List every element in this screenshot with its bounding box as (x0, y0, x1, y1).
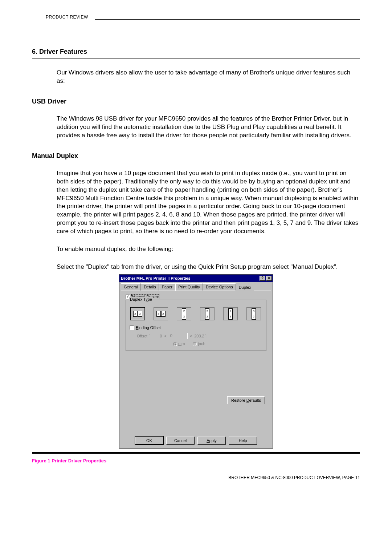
binding-offset-label: Binding Offset (136, 325, 161, 330)
tab-device-options[interactable]: Device Options (203, 283, 236, 291)
header-rule (95, 19, 360, 20)
section-rule (32, 58, 360, 58)
offset-min: 0 (152, 334, 162, 338)
tab-print-quality[interactable]: Print Quality (175, 283, 203, 291)
help-button[interactable]: Help (229, 437, 257, 445)
offset-input[interactable]: 0 (169, 333, 188, 339)
manual-duplex-body: Imagine that you have a 10 page document… (57, 169, 360, 236)
figure-rule-thin (32, 453, 360, 454)
printer-properties-dialog: Brother MFL Pro Printer II Properties ? … (119, 274, 273, 449)
figure-rule (32, 452, 360, 453)
offset-label: Offset [ (137, 334, 150, 338)
page-footer: BROTHER MFC9650 & NC-8000 PRODUCT OVERVI… (32, 475, 360, 480)
restore-defaults-button[interactable]: Restore Defaults (227, 396, 265, 404)
intro-paragraph: Our Windows drivers also allow the user … (57, 69, 360, 85)
duplex-tab-panel: ✓ Manual Duplex Duplex Type 23 32 23 (121, 291, 271, 432)
manual-duplex-enable-line: To enable manual duplex, do the followin… (57, 245, 360, 254)
page-header: PRODUCT REVIEW (32, 15, 360, 20)
duplex-type-option-2[interactable]: 32 (154, 307, 168, 320)
tab-paper[interactable]: Paper (159, 283, 175, 291)
cancel-button[interactable]: Cancel (166, 437, 195, 445)
dialog-tabs: General Details Paper Print Quality Devi… (119, 282, 273, 291)
ok-button[interactable]: OK (135, 437, 163, 445)
offset-row: Offset [ 0 < 0 < 203.2 ] (130, 333, 262, 339)
section-rule-thin (32, 59, 360, 59)
tab-general[interactable]: General (121, 283, 141, 291)
duplex-type-option-3[interactable]: 23 (177, 307, 191, 320)
binding-offset-checkbox-row[interactable]: Binding Offset (130, 325, 262, 330)
offset-lt2: < (190, 334, 192, 338)
offset-units-row: mm inch (130, 341, 262, 346)
duplex-type-option-4[interactable]: 32 (200, 307, 215, 320)
manual-duplex-heading: Manual Duplex (32, 152, 360, 160)
unit-inch-radio[interactable]: inch (193, 341, 205, 346)
dialog-title: Brother MFL Pro Printer II Properties (121, 276, 191, 280)
duplex-type-option-6[interactable]: 32 (246, 307, 261, 320)
offset-max: 203.2 ] (194, 334, 207, 338)
tab-details[interactable]: Details (141, 283, 159, 291)
apply-button[interactable]: Apply (197, 437, 226, 445)
offset-lt1: < (164, 334, 166, 338)
section-title: 6. Driver Features (32, 48, 360, 56)
duplex-type-option-5[interactable]: 23 (223, 307, 238, 320)
usb-driver-heading: USB Driver (32, 98, 360, 105)
help-icon[interactable]: ? (260, 276, 265, 281)
dialog-titlebar[interactable]: Brother MFL Pro Printer II Properties ? … (119, 275, 273, 282)
close-icon[interactable]: × (266, 276, 272, 281)
unit-mm-radio[interactable]: mm (173, 341, 185, 346)
dialog-button-row: OK Cancel Apply Help (119, 434, 273, 448)
header-label: PRODUCT REVIEW (32, 15, 88, 20)
tab-duplex[interactable]: Duplex (236, 284, 254, 291)
usb-driver-body: The Windows 98 USB driver for your MFC96… (57, 115, 360, 140)
figure-caption: Figure 1 Printer Driver Properties (32, 458, 360, 463)
duplex-type-group: Duplex Type 23 32 23 32 (126, 300, 266, 351)
duplex-type-option-1[interactable]: 23 (130, 307, 145, 320)
binding-offset-checkbox[interactable] (130, 325, 134, 330)
manual-duplex-select-line: Select the "Duplex" tab from the driver,… (57, 263, 360, 271)
duplex-type-legend: Duplex Type (129, 297, 153, 301)
